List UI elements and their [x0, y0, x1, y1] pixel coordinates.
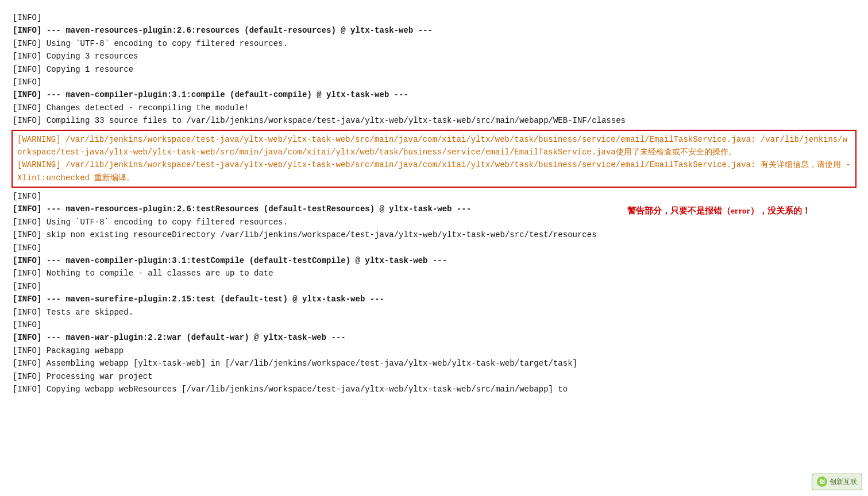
log-line: [INFO] --- maven-resources-plugin:2.6:re…: [11, 24, 857, 37]
warning-block: [WARNING] /var/lib/jenkins/workspace/tes…: [11, 130, 857, 188]
log-line: [INFO] Using `UTF-8` encoding to copy fi…: [11, 216, 857, 228]
log-line: [INFO] Changes detected - recompiling th…: [11, 102, 857, 114]
watermark-logo: 创: [817, 476, 827, 487]
log-line: [INFO] Assembling webapp [yltx-task-web]…: [11, 357, 857, 370]
warning-annotation: 警告部分，只要不是报错（error），没关系的！: [627, 204, 811, 218]
log-line: [INFO]: [11, 190, 857, 203]
log-line: [INFO] --- maven-compiler-plugin:3.1:tes…: [11, 254, 857, 267]
log-line: [INFO] Copying webapp webResources [/var…: [11, 383, 857, 396]
log-line: [INFO] --- maven-war-plugin:2.2:war (def…: [11, 331, 857, 344]
log-line: [INFO] Copying 3 resources: [11, 50, 857, 63]
log-line: [INFO] --- maven-surefire-plugin:2.15:te…: [11, 293, 857, 305]
log-line: [INFO] Nothing to compile - all classes …: [11, 267, 857, 280]
log-line: [INFO] Compiling 33 source files to /var…: [11, 114, 857, 127]
watermark-text: 创新互联: [830, 476, 857, 487]
warning-text-2: [WARNING] /var/lib/jenkins/workspace/tes…: [17, 160, 851, 182]
log-container: [INFO] [INFO] --- maven-resources-plugin…: [11, 6, 857, 496]
log-line: [INFO] Copying 1 resource: [11, 63, 857, 76]
watermark: 创 创新互联: [812, 474, 862, 490]
log-line: [INFO] Using `UTF-8` encoding to copy fi…: [11, 37, 857, 50]
log-line: [INFO]: [11, 11, 857, 24]
log-line: [INFO]: [11, 242, 857, 254]
log-line: [INFO] Processing war project: [11, 370, 857, 383]
log-line: [INFO] Tests are skipped.: [11, 306, 857, 319]
log-line-with-annotation: [INFO] Changes detected - recompiling th…: [11, 102, 857, 114]
log-line: [INFO]: [11, 319, 857, 331]
log-line: [INFO]: [11, 280, 857, 293]
log-line: [INFO] skip non existing resourceDirecto…: [11, 228, 857, 241]
warning-text-1: [WARNING] /var/lib/jenkins/workspace/tes…: [17, 135, 847, 157]
log-line: [INFO] --- maven-compiler-plugin:3.1:com…: [11, 88, 857, 101]
log-line: [INFO]: [11, 76, 857, 88]
log-line: [INFO] Packaging webapp: [11, 344, 857, 357]
